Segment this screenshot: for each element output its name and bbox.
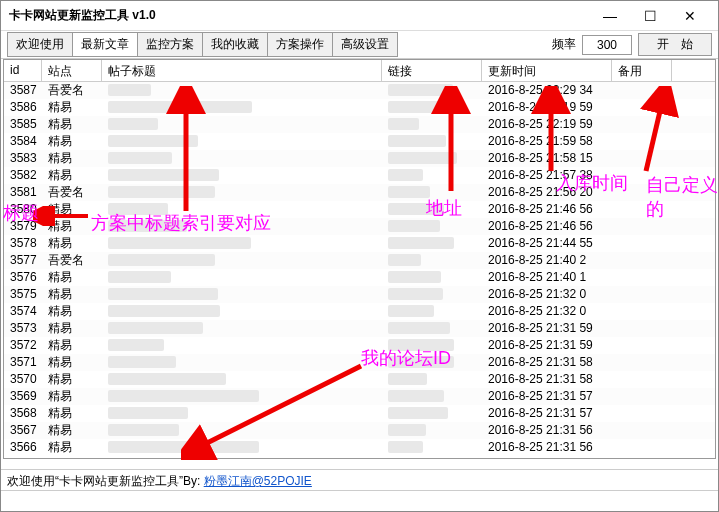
freq-label: 频率 [552,36,576,53]
maximize-button[interactable]: ☐ [630,2,670,30]
col-spare[interactable]: 备用 [612,60,672,81]
cell-title [102,82,382,99]
start-button[interactable]: 开 始 [638,33,712,56]
table-row[interactable]: 3585精易2016-8-25 22:19 59 [4,116,715,133]
tab-2[interactable]: 监控方案 [137,32,203,57]
cell-spare [612,354,672,371]
table-row[interactable]: 3581吾爱名2016-8-25 21:56 20 [4,184,715,201]
tab-4[interactable]: 方案操作 [267,32,333,57]
cell-link [382,439,482,456]
tab-0[interactable]: 欢迎使用 [7,32,73,57]
table-row[interactable]: 3569精易2016-8-25 21:31 57 [4,388,715,405]
cell-site: 精易 [42,201,102,218]
cell-spare [612,167,672,184]
cell-site: 精易 [42,218,102,235]
cell-spare [612,184,672,201]
cell-spare [612,303,672,320]
cell-id: 3586 [4,99,42,116]
col-link[interactable]: 链接 [382,60,482,81]
cell-time: 2016-8-25 21:46 56 [482,201,612,218]
cell-site: 精易 [42,269,102,286]
minimize-button[interactable]: — [590,2,630,30]
table-row[interactable]: 3568精易2016-8-25 21:31 57 [4,405,715,422]
cell-site: 精易 [42,354,102,371]
cell-spare [612,439,672,456]
cell-spare [612,201,672,218]
cell-title [102,405,382,422]
table-row[interactable]: 3575精易2016-8-25 21:32 0 [4,286,715,303]
cell-link [382,405,482,422]
cell-title [102,252,382,269]
table-row[interactable]: 3566精易2016-8-25 21:31 56 [4,439,715,456]
table-row[interactable]: 3574精易2016-8-25 21:32 0 [4,303,715,320]
col-time[interactable]: 更新时间 [482,60,612,81]
cell-time: 2016-8-25 21:56 20 [482,184,612,201]
cell-spare [612,82,672,99]
tab-5[interactable]: 高级设置 [332,32,398,57]
cell-site: 精易 [42,388,102,405]
cell-id: 3569 [4,388,42,405]
col-title[interactable]: 帖子标题 [102,60,382,81]
cell-time: 2016-8-25 21:31 58 [482,371,612,388]
cell-link [382,133,482,150]
author-link[interactable]: 粉墨江南@52POJIE [204,474,312,488]
cell-site: 精易 [42,422,102,439]
table-row[interactable]: 3584精易2016-8-25 21:59 58 [4,133,715,150]
cell-title [102,337,382,354]
list-body[interactable]: 3587吾爱名2016-8-25 22:29 343586精易2016-8-25… [4,82,715,459]
cell-spare [612,371,672,388]
cell-link [382,388,482,405]
cell-spare [612,235,672,252]
cell-spare [612,150,672,167]
tab-3[interactable]: 我的收藏 [202,32,268,57]
list-view: id 站点 帖子标题 链接 更新时间 备用 3587吾爱名2016-8-25 2… [3,59,716,459]
status-text: 欢迎使用“卡卡网站更新监控工具”By: [7,474,204,488]
cell-title [102,201,382,218]
cell-title [102,320,382,337]
close-button[interactable]: ✕ [670,2,710,30]
table-row[interactable]: 3580精易2016-8-25 21:46 56 [4,201,715,218]
cell-link [382,150,482,167]
cell-id: 3581 [4,184,42,201]
cell-time: 2016-8-25 21:31 56 [482,439,612,456]
cell-spare [612,116,672,133]
col-id[interactable]: id [4,60,42,81]
cell-id: 3567 [4,422,42,439]
table-row[interactable]: 3579精易2016-8-25 21:46 56 [4,218,715,235]
cell-title [102,235,382,252]
cell-spare [612,252,672,269]
cell-title [102,150,382,167]
cell-title [102,286,382,303]
col-site[interactable]: 站点 [42,60,102,81]
table-row[interactable]: 3570精易2016-8-25 21:31 58 [4,371,715,388]
cell-id: 3571 [4,354,42,371]
cell-site: 精易 [42,320,102,337]
table-row[interactable]: 3586精易2016-8-25 22:19 59 [4,99,715,116]
table-row[interactable]: 3576精易2016-8-25 21:40 1 [4,269,715,286]
tab-1[interactable]: 最新文章 [72,32,138,57]
table-row[interactable]: 3567精易2016-8-25 21:31 56 [4,422,715,439]
table-row[interactable]: 3577吾爱名2016-8-25 21:40 2 [4,252,715,269]
table-row[interactable]: 3582精易2016-8-25 21:57 38 [4,167,715,184]
table-row[interactable]: 3583精易2016-8-25 21:58 15 [4,150,715,167]
table-row[interactable]: 3572精易2016-8-25 21:31 59 [4,337,715,354]
cell-spare [612,405,672,422]
cell-spare [612,99,672,116]
cell-site: 精易 [42,116,102,133]
freq-input[interactable] [582,35,632,55]
table-row[interactable]: 3587吾爱名2016-8-25 22:29 34 [4,82,715,99]
cell-link [382,167,482,184]
cell-link [382,235,482,252]
cell-title [102,133,382,150]
cell-time: 2016-8-25 22:19 59 [482,99,612,116]
cell-title [102,167,382,184]
cell-site: 吾爱名 [42,82,102,99]
cell-time: 2016-8-25 21:31 59 [482,320,612,337]
table-row[interactable]: 3578精易2016-8-25 21:44 55 [4,235,715,252]
cell-id: 3584 [4,133,42,150]
cell-site: 精易 [42,405,102,422]
cell-id: 3585 [4,116,42,133]
table-row[interactable]: 3571精易2016-8-25 21:31 58 [4,354,715,371]
toolbar: 欢迎使用最新文章监控方案我的收藏方案操作高级设置 频率 开 始 [1,31,718,59]
table-row[interactable]: 3573精易2016-8-25 21:31 59 [4,320,715,337]
